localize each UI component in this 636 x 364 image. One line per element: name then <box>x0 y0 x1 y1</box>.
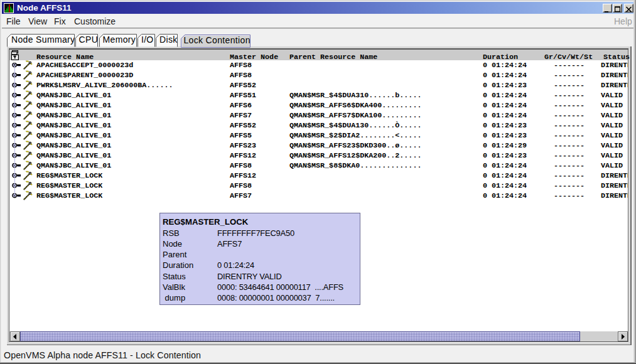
svg-text:Memory: Memory <box>103 35 136 45</box>
svg-text:Lock Contention: Lock Contention <box>183 35 250 45</box>
svg-text:Node Summary: Node Summary <box>11 35 75 45</box>
svg-text:I/O: I/O <box>141 35 154 45</box>
svg-text:Disk: Disk <box>159 35 178 45</box>
svg-text:CPU: CPU <box>79 35 99 45</box>
